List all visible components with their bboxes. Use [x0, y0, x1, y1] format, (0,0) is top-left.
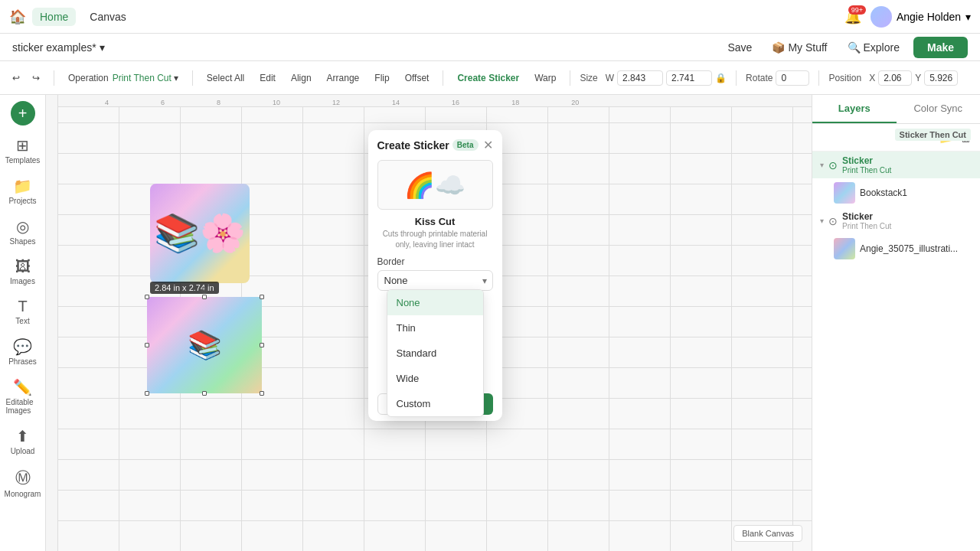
- layer-2-sub: Print Then Cut: [842, 222, 972, 230]
- dropdown-item-wide[interactable]: Wide: [387, 366, 483, 391]
- new-button[interactable]: +: [11, 101, 35, 126]
- layer-1-name: Sticker: [842, 155, 972, 166]
- mystuff-button[interactable]: 📦 My Stuff: [766, 38, 833, 57]
- file-chevron-icon: ▾: [100, 41, 105, 54]
- offset-button[interactable]: Offset: [400, 70, 434, 86]
- layer-1-expand-icon[interactable]: ▾: [820, 161, 824, 169]
- shapes-icon: ◎: [16, 217, 29, 236]
- arrange-button[interactable]: Arrange: [322, 70, 364, 86]
- images-label: Images: [10, 277, 35, 285]
- templates-icon: ⊞: [16, 136, 29, 155]
- images-icon: 🖼: [15, 258, 31, 276]
- width-input[interactable]: [617, 70, 663, 86]
- sidebar-item-templates[interactable]: ⊞ Templates: [3, 132, 43, 169]
- selection-handle-mr[interactable]: [260, 343, 264, 347]
- border-dropdown-menu: None Thin Standard Wide Custom: [387, 289, 484, 417]
- x-input[interactable]: [878, 70, 912, 86]
- layer-1-child[interactable]: Bookstack1: [812, 178, 980, 207]
- sidebar-item-shapes[interactable]: ◎ Shapes: [3, 213, 43, 250]
- horizontal-ruler: 2 4 6 8 10 12 14 16 18 20: [46, 95, 812, 107]
- sidebar-item-projects[interactable]: 📁 Projects: [3, 172, 43, 210]
- create-sticker-button[interactable]: Create Sticker: [452, 70, 524, 86]
- canvas-area[interactable]: 2 4 6 8 10 12 14 16 18 20 📚🌸 2.84 in x 2…: [46, 95, 812, 551]
- file-title[interactable]: sticker examples* ▾: [12, 41, 105, 54]
- rotate-input-group: Rotate: [746, 70, 809, 86]
- rotate-input[interactable]: [776, 70, 809, 86]
- dropdown-item-thin[interactable]: Thin: [387, 315, 483, 341]
- selection-handle-br[interactable]: [260, 391, 264, 396]
- sidebar-tabs: Layers Color Sync: [812, 95, 980, 124]
- layer-1-child-name: Bookstack1: [860, 187, 972, 198]
- operation-button[interactable]: Operation Print Then Cut ▾: [64, 70, 183, 86]
- canvas-surface[interactable]: 📚🌸 2.84 in x 2.74 in 📚 ⊕: [58, 107, 812, 551]
- sidebar-item-editable-images[interactable]: ✏️ Editable Images: [3, 373, 43, 419]
- layer-2-child-name: Angie_35075_illustrati...: [860, 243, 972, 254]
- cut-type-name: Kiss Cut: [368, 216, 502, 227]
- y-input[interactable]: [924, 70, 958, 86]
- projects-label: Projects: [8, 197, 36, 205]
- undo-button[interactable]: ↩: [8, 70, 24, 86]
- flip-button[interactable]: Flip: [370, 70, 394, 86]
- user-profile-button[interactable]: Angie Holden ▾: [871, 6, 971, 28]
- file-name: sticker examples*: [12, 41, 96, 54]
- warp-button[interactable]: Warp: [530, 70, 560, 86]
- tab-layers[interactable]: Layers: [812, 95, 897, 123]
- beta-badge: Beta: [452, 139, 479, 151]
- dropdown-item-standard[interactable]: Standard: [387, 341, 483, 366]
- height-input[interactable]: [666, 70, 712, 86]
- layer-2-child[interactable]: Angie_35075_illustrati...: [812, 234, 980, 263]
- edit-button[interactable]: Edit: [255, 70, 280, 86]
- layer-2-expand-icon[interactable]: ▾: [820, 217, 824, 225]
- sidebar-item-monogram[interactable]: Ⓜ Monogram: [3, 463, 43, 503]
- home-logo-icon: 🏠: [9, 8, 26, 25]
- border-label: Border: [368, 256, 502, 270]
- border-select[interactable]: None Thin Standard Wide Custom: [377, 270, 493, 291]
- selection-handle-bl[interactable]: [145, 391, 149, 396]
- dropdown-item-custom[interactable]: Custom: [387, 391, 483, 416]
- sticker-top-item[interactable]: 📚🌸: [150, 184, 250, 283]
- nav-canvas[interactable]: Canvas: [82, 8, 133, 26]
- select-all-button[interactable]: Select All: [202, 70, 249, 86]
- sticker-bottom-image: 📚: [147, 297, 262, 393]
- save-button[interactable]: Save: [721, 38, 758, 57]
- selection-handle-tr[interactable]: [260, 295, 264, 299]
- sidebar-item-images[interactable]: 🖼 Images: [3, 253, 43, 290]
- projects-icon: 📁: [13, 177, 32, 195]
- selection-handle-tl[interactable]: [145, 295, 149, 299]
- dialog-preview: 🌈☁️: [377, 160, 493, 210]
- right-sidebar: Layers Color Sync 👁 📁 🗑 ▾ ⊙ Sticker Prin…: [812, 95, 980, 551]
- sticker-bottom-item[interactable]: 📚 ⊕: [147, 297, 262, 393]
- explore-button[interactable]: 🔍 Explore: [841, 38, 906, 57]
- notifications-button[interactable]: 🔔 99+: [844, 8, 861, 25]
- make-button[interactable]: Make: [913, 37, 968, 58]
- size-label: Size: [580, 73, 597, 83]
- layer-1-header[interactable]: ▾ ⊙ Sticker Print Then Cut: [812, 152, 980, 178]
- selection-handle-bc[interactable]: [202, 391, 207, 396]
- rotate-handle[interactable]: ⊕: [201, 285, 208, 295]
- nav-canvas-label: Canvas: [90, 11, 126, 23]
- notification-badge: 99+: [848, 5, 866, 15]
- y-label: Y: [915, 73, 921, 83]
- nav-home[interactable]: Home: [32, 8, 76, 26]
- tab-color-sync[interactable]: Color Sync: [897, 95, 981, 123]
- dropdown-item-none[interactable]: None: [387, 290, 483, 315]
- print-cut-label: Print Then Cut: [113, 73, 172, 83]
- dialog-close-button[interactable]: ✕: [483, 138, 493, 152]
- sidebar-item-upload[interactable]: ⬆ Upload: [3, 422, 43, 460]
- redo-button[interactable]: ↪: [28, 70, 44, 86]
- layer-1-info: Sticker Print Then Cut: [842, 155, 972, 174]
- nav-right-area: 🔔 99+ Angie Holden ▾: [844, 6, 971, 28]
- create-sticker-dialog: Create Sticker Beta ✕ 🌈☁️ Kiss Cut Cuts …: [368, 130, 502, 421]
- sidebar-item-phrases[interactable]: 💬 Phrases: [3, 333, 43, 370]
- nav-home-label: Home: [40, 11, 68, 23]
- blank-canvas-label: Blank Canvas: [733, 525, 802, 542]
- sidebar-item-text[interactable]: T Text: [3, 293, 43, 330]
- layer-2-header[interactable]: ▾ ⊙ Sticker Print Then Cut: [812, 207, 980, 234]
- create-sticker-label: Create Sticker: [457, 73, 519, 83]
- mystuff-label: My Stuff: [788, 41, 827, 54]
- w-label: W: [606, 73, 614, 83]
- undo-redo-group: ↩ ↪: [8, 70, 44, 86]
- editable-images-icon: ✏️: [13, 378, 32, 396]
- selection-handle-ml[interactable]: [145, 343, 149, 347]
- align-button[interactable]: Align: [286, 70, 316, 86]
